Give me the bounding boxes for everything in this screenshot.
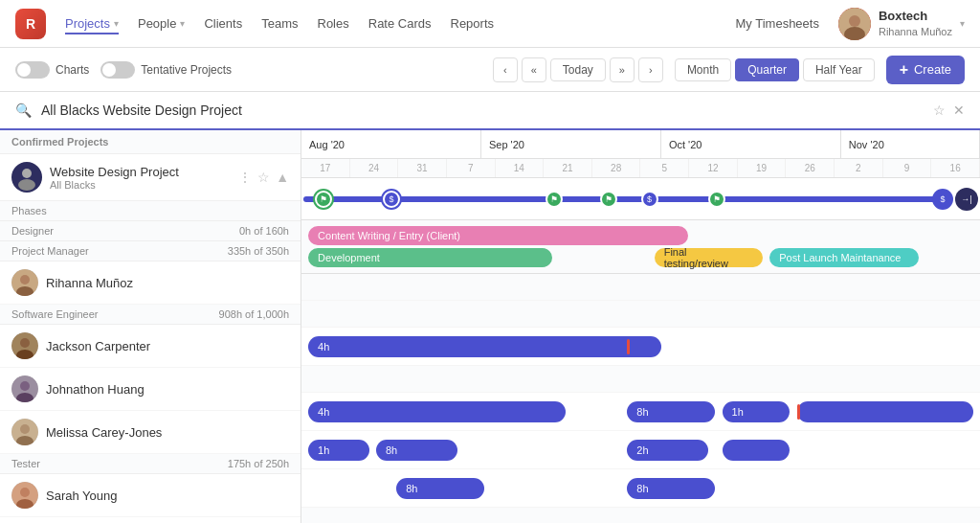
nav-item-teams[interactable]: Teams [261, 12, 298, 34]
johnathon-bar-1: 1h [308, 440, 369, 461]
gantt-day-24: 24 [350, 159, 399, 177]
gantt-rihanna-row: 4h [301, 328, 980, 366]
project-favorite-icon[interactable]: ☆ [257, 170, 270, 185]
search-value: All Blacks Website Design Project [41, 102, 924, 118]
prev-button[interactable]: ‹ [493, 57, 518, 82]
gantt-day-21: 21 [544, 159, 592, 177]
person-johnathon[interactable]: Johnathon Huang [0, 368, 301, 411]
project-info: Website Design Project All Blacks [50, 165, 231, 191]
my-timesheets-link[interactable]: My Timesheets [736, 16, 819, 31]
gantt-timeline-row: ⚑ $ ⚑ ⚑ $ ⚑ →| $ [301, 178, 980, 220]
sarah-avatar [11, 482, 38, 509]
gantt-day-26: 26 [786, 159, 835, 177]
project-actions: ⋮ ☆ ▲ [238, 170, 289, 185]
rihanna-avatar [11, 269, 38, 296]
person-rihanna[interactable]: Rihanna Muñoz [0, 262, 301, 305]
gantt-tester-row [301, 508, 980, 523]
month-button[interactable]: Month [675, 58, 731, 81]
nav-item-projects[interactable]: Projects ▾ [65, 12, 119, 34]
collapse-icon[interactable]: ▲ [276, 170, 289, 185]
gantt-designer-row [301, 274, 980, 301]
gantt-day-28: 28 [592, 159, 641, 177]
jackson-overrun-indicator [797, 404, 800, 420]
nav-item-reports[interactable]: Reports [451, 12, 495, 34]
jackson-avatar [11, 332, 38, 359]
jackson-name: Jackson Carpenter [46, 339, 289, 353]
se-hours: 908h of 1,000h [219, 308, 289, 320]
johnathon-name: Johnathon Huang [46, 382, 289, 397]
charts-toggle[interactable] [15, 61, 50, 79]
month-aug: Aug '20 [301, 130, 481, 158]
johnathon-bar-2: 8h [376, 440, 457, 461]
logo: R [15, 9, 46, 39]
gantt-jackson-row: 4h 8h 1h [301, 393, 980, 431]
timeline-bar [303, 196, 949, 202]
milestone-2: $ [383, 191, 400, 208]
milestone-4: ⚑ [600, 191, 617, 208]
project-client: All Blacks [50, 179, 231, 191]
user-menu[interactable]: Boxtech Rihanna Muñoz ▾ [838, 8, 965, 40]
month-nov: Nov '20 [841, 130, 980, 158]
tester-hours: 175h of 250h [228, 458, 289, 469]
search-bar: 🔍 All Blacks Website Design Project ☆ ✕ [0, 92, 980, 130]
left-panel: Confirmed Projects Website Design Projec… [0, 130, 301, 523]
gantt-johnathon-row: 1h 8h 2h [301, 431, 980, 469]
gantt-day-12: 12 [689, 159, 738, 177]
nav-item-rate-cards[interactable]: Rate Cards [368, 12, 432, 34]
nav-item-clients[interactable]: Clients [204, 12, 242, 34]
phase-final-testing: Final testing/review [655, 248, 763, 267]
designer-category: Designer 0h of 160h [0, 221, 301, 241]
user-avatar [838, 8, 871, 40]
today-button[interactable]: Today [550, 58, 606, 81]
tentative-toggle[interactable] [100, 61, 135, 79]
gantt-se-row [301, 366, 980, 393]
gantt-day-19: 19 [738, 159, 787, 177]
person-melissa[interactable]: Melissa Carey-Jones [0, 411, 301, 454]
pm-hours: 335h of 350h [228, 245, 289, 257]
nav-item-roles[interactable]: Roles [318, 12, 349, 34]
charts-toggle-group: Charts [15, 61, 89, 79]
melissa-bar-2: 8h [627, 478, 715, 499]
main-content: Confirmed Projects Website Design Projec… [0, 130, 980, 523]
project-manager-category: Project Manager 335h of 350h [0, 241, 301, 262]
rihanna-overrun-indicator [627, 339, 630, 354]
gantt-melissa-row: 8h 8h [301, 469, 980, 508]
confirmed-projects-header: Confirmed Projects [0, 130, 301, 154]
melissa-bar-1: 8h [396, 478, 484, 499]
user-menu-caret: ▾ [960, 18, 965, 29]
person-sarah[interactable]: Sarah Young [0, 474, 301, 517]
svg-point-3 [22, 169, 32, 178]
search-actions: ☆ ✕ [933, 102, 965, 118]
milestone-end: →| [955, 188, 978, 211]
quarter-button[interactable]: Quarter [735, 58, 799, 81]
project-avatar [11, 162, 42, 193]
charts-label: Charts [56, 63, 89, 77]
next-next-button[interactable]: » [610, 57, 635, 82]
create-plus-icon: + [900, 61, 908, 79]
phase-development: Development [308, 248, 552, 267]
tentative-toggle-group: Tentative Projects [100, 61, 232, 79]
project-row[interactable]: Website Design Project All Blacks ⋮ ☆ ▲ [0, 154, 301, 201]
se-label: Software Engineer [11, 308, 99, 320]
person-jackson[interactable]: Jackson Carpenter [0, 325, 301, 368]
gantt-day-5: 5 [640, 159, 689, 177]
favorite-icon[interactable]: ☆ [933, 102, 946, 118]
clear-search-icon[interactable]: ✕ [953, 102, 965, 118]
prev-prev-button[interactable]: « [522, 57, 546, 82]
rihanna-bar: 4h [308, 336, 661, 357]
half-year-button[interactable]: Half Year [803, 58, 875, 81]
nav-item-people[interactable]: People ▾ [138, 12, 185, 34]
gantt-phases-row: Content Writing / Entry (Client) Develop… [301, 220, 980, 274]
milestone-1: ⚑ [315, 191, 332, 208]
gantt-day-14: 14 [496, 159, 545, 177]
gantt-pm-row [301, 301, 980, 328]
next-button[interactable]: › [638, 57, 663, 82]
gantt-day-17: 17 [301, 159, 350, 177]
milestone-6: ⚑ [708, 191, 725, 208]
create-button[interactable]: + Create [886, 56, 965, 84]
gantt-day-header: 172431714212851219262916 [301, 159, 980, 178]
johnathon-bar-3: 2h [627, 440, 708, 461]
more-options-icon[interactable]: ⋮ [238, 170, 252, 185]
milestone-3: ⚑ [546, 191, 563, 208]
software-engineer-category: Software Engineer 908h of 1,000h [0, 305, 301, 325]
